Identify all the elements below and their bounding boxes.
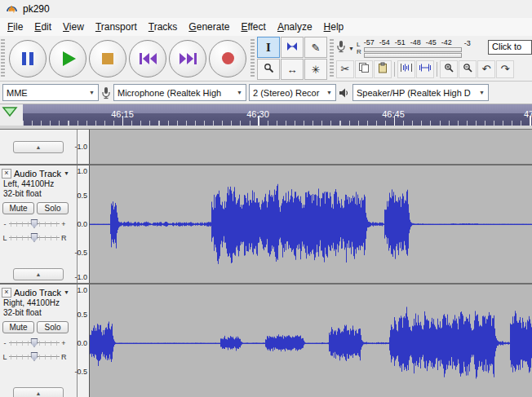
timeline-label: 46:30 (246, 109, 269, 119)
mute-button[interactable]: Mute (2, 202, 34, 214)
selection-tool-icon: I (266, 41, 271, 55)
skip-to-start-icon (140, 53, 157, 64)
copy-button[interactable] (355, 60, 373, 78)
gain-slider-thumb[interactable] (31, 338, 38, 347)
track-format-label: Left, 44100Hz (2, 179, 75, 189)
solo-button[interactable]: Solo (37, 321, 69, 333)
meter-dropdown-icon[interactable]: ▼ (348, 46, 354, 51)
track-collapse-button[interactable]: ▲ (13, 268, 64, 280)
ruler-label: -0.5 (74, 368, 87, 376)
gain-min-label: - (2, 339, 7, 347)
recording-channels-select[interactable]: 2 (Stereo) Recor ▼ (249, 84, 336, 101)
trim-audio-button[interactable] (397, 60, 415, 78)
silence-audio-button[interactable] (416, 60, 434, 78)
menu-effect[interactable]: Effect (235, 19, 271, 35)
track-sliver-vertical-ruler[interactable]: -1.0 (78, 130, 90, 164)
menu-transport[interactable]: Transport (90, 19, 143, 35)
zoom-out-icon (463, 63, 473, 76)
record-button[interactable] (209, 40, 246, 77)
pan-slider-row: L R (2, 351, 75, 362)
pan-right-label: R (61, 353, 66, 361)
close-track-button[interactable]: × (2, 288, 11, 298)
gain-slider[interactable] (9, 337, 60, 348)
skip-to-end-button[interactable] (169, 40, 206, 77)
menu-view[interactable]: View (57, 19, 90, 35)
zoom-in-icon (444, 63, 454, 76)
menu-edit[interactable]: Edit (29, 19, 57, 35)
menu-bar: File Edit View Transport Tracks Generate… (0, 18, 532, 36)
gain-slider[interactable] (9, 218, 60, 229)
menu-help[interactable]: Help (318, 19, 350, 35)
mute-button[interactable]: Mute (2, 321, 34, 333)
recording-device-select[interactable]: Microphone (Realtek High ▼ (113, 84, 246, 101)
close-track-button[interactable]: × (2, 169, 11, 179)
recording-channels-value: 2 (Stereo) Recor (253, 88, 319, 98)
menu-analyze[interactable]: Analyze (272, 19, 318, 35)
envelope-tool-button[interactable] (281, 37, 304, 58)
zoom-out-button[interactable] (459, 60, 477, 78)
pan-slider[interactable] (9, 232, 60, 243)
skip-to-start-button[interactable] (129, 40, 166, 77)
menu-file[interactable]: File (2, 19, 29, 35)
selection-tool-button[interactable]: I (257, 37, 280, 58)
recording-meter-bar-left[interactable] (364, 47, 462, 52)
tools-toolbar-gripper[interactable] (250, 39, 255, 77)
pan-slider-thumb[interactable] (31, 233, 38, 242)
recording-device-value: Microphone (Realtek High (117, 88, 221, 98)
track-right-vertical-ruler[interactable]: 1.0 0.5 0.0 -0.5 (78, 285, 90, 397)
draw-tool-button[interactable]: ✎ (304, 37, 327, 58)
microphone-icon (101, 86, 111, 99)
timeline-label: 47 (524, 109, 532, 119)
paste-button[interactable] (374, 60, 392, 78)
track-name-row: × Audio Track ▼ (2, 167, 75, 179)
meter-toolbar-gripper[interactable] (330, 39, 334, 77)
timeshift-tool-button[interactable]: ↔ (281, 59, 304, 80)
multi-tool-button[interactable]: ✳ (304, 59, 327, 80)
zoom-tool-button[interactable] (257, 59, 280, 80)
zoom-in-button[interactable] (440, 60, 458, 78)
timeline-label: 46:45 (382, 109, 405, 119)
track-left-vertical-ruler[interactable]: 1.0 0.5 0.0 -0.5 -1.0 (78, 165, 90, 283)
track-menu-dropdown-icon[interactable]: ▼ (64, 170, 69, 176)
solo-button[interactable]: Solo (37, 202, 69, 214)
recording-meter-scale: -57-54-51-48-45-42 (364, 38, 462, 46)
waveform-canvas-right[interactable] (90, 285, 532, 397)
undo-button[interactable]: ↶ (477, 60, 495, 78)
track-right-waveform[interactable] (90, 285, 532, 397)
track-left-waveform[interactable] (90, 165, 532, 283)
playhead-icon[interactable] (2, 106, 18, 117)
device-toolbar: MME ▼ Microphone (Realtek High ▼ 2 (Ster… (0, 82, 532, 104)
pan-slider[interactable] (9, 351, 60, 362)
audio-host-select[interactable]: MME ▼ (2, 84, 99, 101)
pan-slider-thumb[interactable] (31, 352, 38, 361)
track-sliver-waveform-area[interactable] (90, 130, 532, 164)
ruler-label: -0.5 (74, 249, 87, 257)
pause-icon (22, 52, 33, 65)
timeline-ruler[interactable]: 46:15 46:30 46:45 47 (23, 104, 532, 126)
toolbar-area: I ✎ (0, 36, 532, 82)
menu-tracks[interactable]: Tracks (143, 19, 184, 35)
edit-toolbar-separator (437, 62, 437, 77)
cut-button[interactable]: ✂ (336, 60, 354, 78)
audio-track-right: × Audio Track ▼ Right, 44100Hz 32-bit fl… (0, 284, 532, 397)
edit-toolbar: ✂ (336, 59, 530, 79)
gain-min-label: - (2, 220, 7, 228)
gain-slider-thumb[interactable] (31, 219, 38, 228)
track-left-control-panel: × Audio Track ▼ Left, 44100Hz 32-bit flo… (0, 165, 78, 283)
track-menu-dropdown-icon[interactable]: ▼ (64, 289, 69, 295)
play-button[interactable] (49, 40, 86, 77)
menu-generate[interactable]: Generate (183, 19, 235, 35)
transport-toolbar-gripper[interactable] (1, 39, 5, 77)
track-collapse-button[interactable]: ▲ (13, 387, 64, 397)
track-sliver-collapse-button[interactable]: ▲ (13, 141, 64, 153)
gain-slider-row: - + (2, 218, 75, 229)
tools-toolbar: I ✎ (255, 36, 329, 81)
waveform-canvas-left[interactable] (90, 165, 532, 283)
monitoring-tooltip: Click to (488, 40, 532, 55)
stop-button[interactable] (89, 40, 126, 77)
playback-device-select[interactable]: Speaker/HP (Realtek High D ▼ (352, 84, 489, 101)
recording-meter[interactable]: -57-54-51-48-45-42 (364, 38, 462, 58)
redo-button[interactable]: ↷ (496, 60, 514, 78)
recording-meter-bar-right[interactable] (364, 53, 462, 58)
pause-button[interactable] (9, 40, 47, 77)
